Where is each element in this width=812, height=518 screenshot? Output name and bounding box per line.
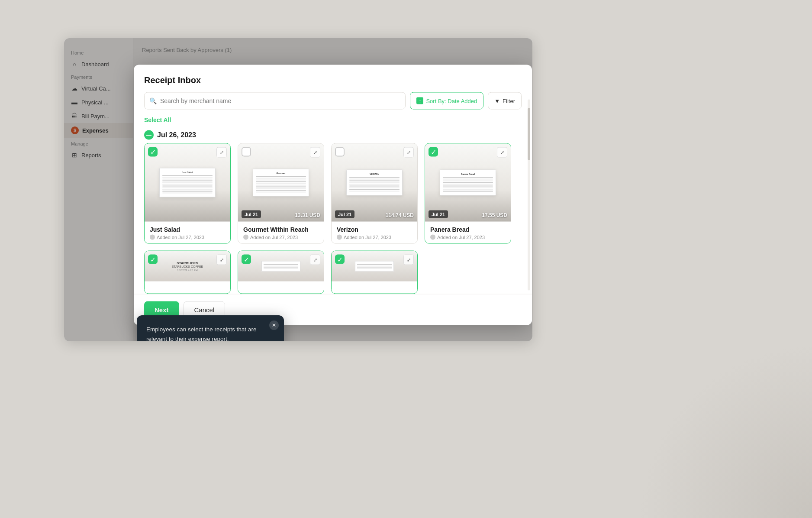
receipt-merchant-4: Panera Bread bbox=[430, 226, 506, 233]
receipt-doc-2: Gourmet bbox=[253, 169, 309, 197]
receipt-image-1: Just Salad ✓ ⤢ bbox=[145, 144, 230, 222]
sort-icon: ↕ bbox=[416, 97, 423, 104]
date-group-icon: — bbox=[144, 130, 154, 140]
receipt-expand-3[interactable]: ⤢ bbox=[403, 147, 414, 158]
receipt-checkbox-1[interactable]: ✓ bbox=[148, 147, 158, 157]
search-icon: 🔍 bbox=[149, 97, 157, 104]
receipt-merchant-1: Just Salad bbox=[150, 226, 225, 233]
receipt-added-3: Added on Jul 27, 2023 bbox=[337, 235, 412, 240]
modal-scrollbar-thumb bbox=[528, 108, 530, 160]
receipt-checkbox-3[interactable] bbox=[335, 147, 345, 157]
receipt-added-2: Added on Jul 27, 2023 bbox=[243, 235, 319, 240]
receipt-added-icon-4 bbox=[430, 235, 435, 240]
receipt-image-4: Panera Bread ✓ ⤢ Jul 21 17.55 US bbox=[425, 144, 511, 222]
main-window: Home ⌂ Dashboard Payments ☁ Virtual Ca..… bbox=[64, 38, 532, 341]
receipt-expand-6[interactable]: ⤢ bbox=[310, 255, 320, 265]
receipt-amount-4: 17.55 USD bbox=[482, 212, 507, 218]
modal-scrollbar[interactable] bbox=[528, 100, 530, 291]
receipt-card-5[interactable]: STARBUCKS STARBUCKS COFFEE 15/07/23 4:20… bbox=[144, 251, 231, 294]
receipt-added-4: Added on Jul 27, 2023 bbox=[430, 235, 506, 240]
receipt-card-6[interactable]: ✓ ⤢ bbox=[238, 251, 324, 294]
tooltip-text: Employees can select the receipts that a… bbox=[146, 325, 274, 341]
receipt-card-3[interactable]: VERIZON ⤢ Jul 21 114.74 USD bbox=[331, 143, 418, 244]
receipt-image-3: VERIZON ⤢ Jul 21 114.74 USD bbox=[332, 144, 417, 222]
receipt-checkbox-4[interactable]: ✓ bbox=[429, 147, 438, 157]
receipt-merchant-3: Verizon bbox=[337, 226, 412, 233]
modal-header: Receipt Inbox 🔍 ↕ Sort By: Date Added ▼ … bbox=[134, 65, 532, 117]
receipt-expand-1[interactable]: ⤢ bbox=[216, 147, 227, 158]
receipt-expand-2[interactable]: ⤢ bbox=[310, 147, 320, 158]
receipt-expand-4[interactable]: ⤢ bbox=[497, 147, 507, 158]
select-all-button[interactable]: Select All bbox=[134, 117, 532, 123]
receipt-card-4[interactable]: Panera Bread ✓ ⤢ Jul 21 17.55 US bbox=[425, 143, 511, 244]
receipt-merchant-2: Gourmet Within Reach bbox=[243, 226, 319, 233]
filter-icon: ▼ bbox=[494, 97, 500, 104]
receipt-image-2: Gourmet ⤢ Jul 21 1 bbox=[238, 144, 324, 222]
sort-button[interactable]: ↕ Sort By: Date Added bbox=[410, 92, 483, 110]
filter-button[interactable]: ▼ Filter bbox=[488, 92, 522, 110]
tooltip-close-button[interactable]: ✕ bbox=[269, 321, 279, 330]
receipt-added-icon-2 bbox=[243, 235, 248, 240]
receipt-added-icon-3 bbox=[337, 235, 342, 240]
date-group-header: — Jul 26, 2023 bbox=[134, 127, 532, 143]
receipt-added-1: Added on Jul 27, 2023 bbox=[150, 235, 225, 240]
plain-doc-7 bbox=[355, 261, 394, 272]
receipt-checkbox-5[interactable]: ✓ bbox=[148, 255, 158, 264]
receipt-image-6: ✓ ⤢ bbox=[238, 251, 324, 282]
modal-title: Receipt Inbox bbox=[144, 75, 522, 85]
receipt-amount-2: 13.31 USD bbox=[295, 212, 320, 218]
receipt-date-badge-2: Jul 21 bbox=[242, 210, 261, 218]
receipt-card-2[interactable]: Gourmet ⤢ Jul 21 1 bbox=[238, 143, 324, 244]
receipt-footer-4: Panera Bread Added on Jul 27, 2023 bbox=[425, 222, 511, 243]
receipt-checkbox-7[interactable]: ✓ bbox=[335, 255, 345, 264]
receipt-card-7[interactable]: ✓ ⤢ bbox=[331, 251, 418, 294]
receipts-grid-row1: Just Salad ✓ ⤢ bbox=[134, 143, 532, 251]
plain-doc-6 bbox=[261, 261, 300, 272]
receipt-inbox-modal: Receipt Inbox 🔍 ↕ Sort By: Date Added ▼ … bbox=[134, 65, 532, 325]
receipt-amount-3: 114.74 USD bbox=[386, 212, 414, 218]
receipt-doc-3: VERIZON bbox=[346, 170, 403, 196]
receipt-checkbox-2[interactable] bbox=[242, 147, 251, 157]
tooltip-popover: ✕ Employees can select the receipts that… bbox=[137, 315, 284, 341]
receipt-doc-1: Just Salad bbox=[159, 168, 216, 197]
receipt-footer-3: Verizon Added on Jul 27, 2023 bbox=[332, 222, 417, 243]
receipt-image-5: STARBUCKS STARBUCKS COFFEE 15/07/23 4:20… bbox=[145, 251, 230, 282]
search-wrapper: 🔍 bbox=[144, 92, 406, 110]
receipt-date-badge-4: Jul 21 bbox=[429, 210, 448, 218]
receipt-image-7: ✓ ⤢ bbox=[332, 251, 417, 282]
receipt-added-icon-1 bbox=[150, 235, 155, 240]
search-row: 🔍 ↕ Sort By: Date Added ▼ Filter bbox=[144, 92, 522, 110]
receipt-date-badge-3: Jul 21 bbox=[335, 210, 354, 218]
receipt-card-1[interactable]: Just Salad ✓ ⤢ bbox=[144, 143, 231, 244]
receipt-footer-2: Gourmet Within Reach Added on Jul 27, 20… bbox=[238, 222, 324, 243]
receipts-grid-row2: STARBUCKS STARBUCKS COFFEE 15/07/23 4:20… bbox=[134, 251, 532, 294]
receipt-doc-4: Panera Bread bbox=[440, 170, 496, 196]
starbucks-content: STARBUCKS STARBUCKS COFFEE 15/07/23 4:20… bbox=[172, 261, 203, 272]
search-input[interactable] bbox=[144, 92, 406, 110]
receipt-checkbox-6[interactable]: ✓ bbox=[242, 255, 251, 264]
receipt-expand-5[interactable]: ⤢ bbox=[216, 255, 227, 265]
receipt-footer-1: Just Salad Added on Jul 27, 2023 bbox=[145, 222, 230, 243]
receipt-expand-7[interactable]: ⤢ bbox=[403, 255, 414, 265]
